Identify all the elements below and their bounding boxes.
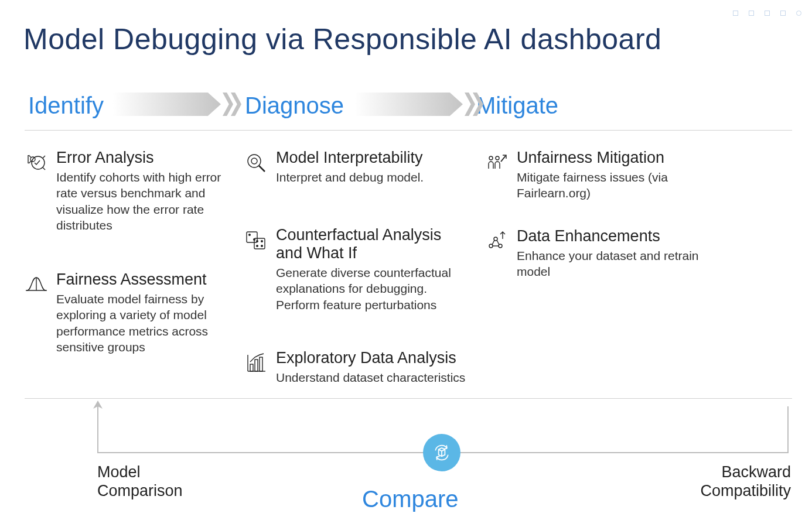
stage-mitigate: Mitigate (476, 89, 708, 122)
decorative-dots (733, 11, 801, 16)
svg-point-8 (249, 234, 251, 236)
svg-point-21 (496, 156, 499, 160)
svg-point-5 (251, 158, 257, 164)
item-title: Fairness Assessment (56, 271, 240, 289)
svg-line-6 (259, 166, 265, 172)
svg-point-11 (257, 241, 258, 242)
item-title: Error Analysis (56, 149, 240, 167)
item-desc: Evaluate model fairness by exploring a v… (56, 291, 240, 355)
compare-cycle-icon (423, 434, 460, 471)
items-area: Error Analysis Identify cohorts with hig… (25, 144, 792, 395)
magnifier-icon (244, 151, 268, 174)
dice-icon (244, 228, 268, 252)
item-model-interpretability: Model Interpretability Interpret and deb… (244, 149, 468, 185)
svg-point-12 (261, 245, 263, 247)
backward-compatibility-label: BackwardCompatibility (700, 463, 791, 501)
svg-line-26 (497, 240, 499, 245)
svg-rect-7 (247, 232, 257, 242)
item-title: Counterfactual Analysis and What If (276, 226, 468, 262)
svg-rect-10 (254, 238, 265, 249)
arrow-identify-to-diagnose (112, 91, 244, 117)
svg-rect-18 (255, 360, 258, 371)
svg-point-13 (257, 245, 258, 247)
item-desc: Interpret and debug model. (276, 169, 468, 185)
feedback-loop (97, 406, 789, 461)
item-unfairness-mitigation: Unfairness Mitigation Mitigate fairness … (485, 149, 719, 201)
item-data-enhancements: Data Enhancements Enhance your dataset a… (485, 227, 719, 280)
network-up-icon (485, 230, 509, 253)
svg-point-14 (261, 241, 263, 242)
arrow-diagnose-to-mitigate (354, 91, 486, 117)
bar-chart-icon (244, 351, 268, 375)
svg-rect-19 (260, 357, 262, 371)
svg-rect-17 (250, 364, 253, 371)
item-title: Data Enhancements (517, 227, 719, 245)
item-fairness-assessment: Fairness Assessment Evaluate model fairn… (25, 271, 240, 355)
item-desc: Mitigate fairness issues (via Fairlearn.… (517, 169, 719, 201)
bell-curve-icon (25, 273, 48, 296)
header-divider (25, 130, 792, 131)
page-title: Model Debugging via Responsible AI dashb… (23, 22, 661, 56)
model-comparison-label: ModelComparison (97, 463, 183, 501)
item-title: Exploratory Data Analysis (276, 349, 479, 367)
analysis-chart-icon (25, 151, 48, 174)
item-desc: Generate diverse counterfactual explanat… (276, 265, 468, 313)
item-exploratory-data-analysis: Exploratory Data Analysis Understand dat… (244, 349, 479, 385)
item-counterfactual: Counterfactual Analysis and What If Gene… (244, 226, 468, 313)
item-error-analysis: Error Analysis Identify cohorts with hig… (25, 149, 240, 233)
svg-point-4 (248, 155, 261, 167)
svg-line-25 (492, 240, 494, 245)
item-desc: Enhance your dataset and retrain model (517, 248, 719, 280)
svg-point-20 (489, 156, 493, 160)
bottom-divider (25, 398, 792, 399)
item-desc: Identify cohorts with high error rate ve… (56, 169, 240, 233)
item-title: Model Interpretability (276, 149, 468, 167)
people-arrow-icon (485, 151, 509, 174)
item-desc: Understand dataset characteristics (276, 369, 479, 385)
item-title: Unfairness Mitigation (517, 149, 719, 167)
compare-stage-label: Compare (362, 486, 459, 512)
